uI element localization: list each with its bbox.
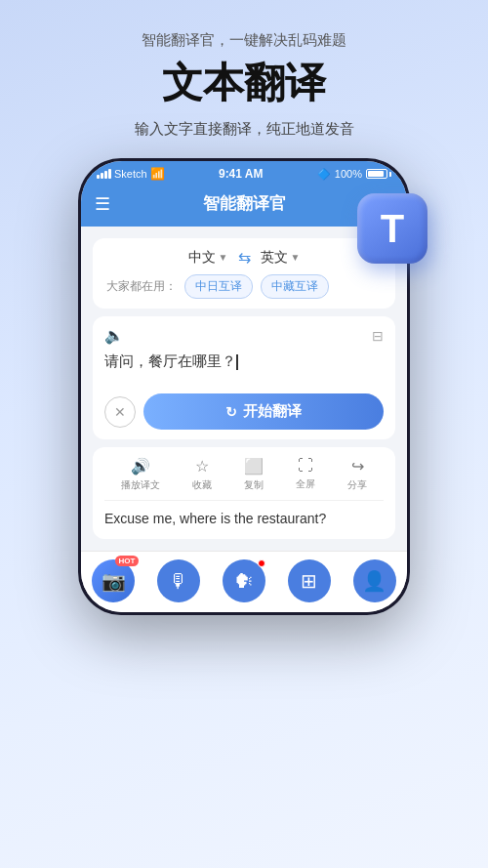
quick-tag-1[interactable]: 中日互译 [184,274,253,299]
swap-language-icon[interactable]: ⇆ [238,248,251,267]
nav-camera[interactable]: 📷 HOT [92,559,135,602]
input-area: 🔈 ⊟ 请问，餐厅在哪里？ ✕ ↻ 开始翻译 [93,316,395,439]
camera-circle: 📷 HOT [92,559,135,602]
copy-label: 复制 [244,478,264,492]
status-bar: Sketch 📶 9:41 AM 🔷 100% [81,161,407,185]
output-copy-icon: ⬜ [244,457,264,475]
output-area: 🔊 播放译文 ☆ 收藏 ⬜ 复制 ⛶ 全屏 [93,447,395,539]
nav-speaker[interactable]: 🗣 [223,559,265,602]
target-lang-label: 英文 [261,249,288,267]
play-icon: 🔊 [131,457,150,475]
popular-label: 大家都在用： [106,278,177,295]
input-text[interactable]: 请问，餐厅在哪里？ [104,352,384,382]
translate-button[interactable]: ↻ 开始翻译 [143,393,384,430]
bg-title: 文本翻译 [20,56,468,110]
status-right: 🔷 100% [317,168,391,181]
bg-subtitle: 智能翻译官，一键解决乱码难题 [20,31,468,50]
hot-badge: HOT [115,556,140,566]
content-area: 中文 ▼ ⇆ 英文 ▼ 大家都在用： 中日互译 中藏互译 [81,227,407,551]
battery-pct: 100% [335,168,362,180]
battery-icon [366,169,391,179]
source-language-btn[interactable]: 中文 ▼ [188,249,228,267]
source-lang-label: 中文 [188,249,216,267]
action-play[interactable]: 🔊 播放译文 [121,457,160,492]
grid-circle: ⊞ [288,559,331,602]
lang-row: 中文 ▼ ⇆ 英文 ▼ [106,248,382,267]
target-language-btn[interactable]: 英文 ▼ [261,249,301,267]
speaker-circle: 🗣 [223,559,265,602]
action-share[interactable]: ↪ 分享 [347,457,367,492]
nav-profile[interactable]: 👤 [353,559,396,602]
bluetooth-icon: 🔷 [317,168,331,181]
profile-icon: 👤 [362,569,386,593]
source-lang-arrow: ▼ [219,252,228,263]
bg-desc: 输入文字直接翻译，纯正地道发音 [20,120,468,139]
mic-circle: 🎙 [157,559,200,602]
language-selector: 中文 ▼ ⇆ 英文 ▼ 大家都在用： 中日互译 中藏互译 [93,238,395,309]
action-favorite[interactable]: ☆ 收藏 [192,457,212,492]
action-fullscreen[interactable]: ⛶ 全屏 [296,457,315,492]
fullscreen-label: 全屏 [296,477,315,491]
carrier-label: Sketch [114,168,147,180]
status-time: 9:41 AM [219,167,264,181]
camera-icon: 📷 [102,569,126,593]
mic-icon: 🎙 [169,570,188,593]
clear-icon: ✕ [114,404,126,420]
nav-grid[interactable]: ⊞ [288,559,331,602]
wifi-icon: 📶 [150,167,165,181]
favorite-icon: ☆ [195,457,209,475]
notification-dot [258,559,265,567]
status-left: Sketch 📶 [97,167,165,181]
bottom-nav: 📷 HOT 🎙 🗣 ⊞ [81,551,407,612]
profile-circle: 👤 [353,559,396,602]
input-content: 请问，餐厅在哪里？ [104,352,236,369]
output-actions: 🔊 播放译文 ☆ 收藏 ⬜ 复制 ⛶ 全屏 [104,457,384,501]
action-copy[interactable]: ⬜ 复制 [244,457,264,492]
share-label: 分享 [347,478,367,492]
app-logo-icon: T [357,193,427,264]
translate-btn-label: 开始翻译 [243,402,302,421]
play-label: 播放译文 [121,478,160,492]
favorite-label: 收藏 [192,478,212,492]
quick-tag-2[interactable]: 中藏互译 [261,274,329,299]
app-title: 智能翻译官 [203,192,286,215]
share-icon: ↪ [351,457,364,475]
nav-mic[interactable]: 🎙 [157,559,200,602]
input-actions: ✕ ↻ 开始翻译 [104,393,384,430]
clear-button[interactable]: ✕ [104,396,136,428]
input-top: 🔈 ⊟ [104,326,384,345]
translate-btn-icon: ↻ [225,404,237,420]
grid-icon: ⊞ [301,569,317,593]
menu-icon[interactable]: ☰ [95,193,110,215]
phone-mockup: T Sketch 📶 9:41 AM 🔷 1 [78,158,410,615]
speaker-icon[interactable]: 🔈 [104,326,124,345]
input-copy-icon[interactable]: ⊟ [372,328,384,344]
target-lang-arrow: ▼ [291,252,301,263]
fullscreen-icon: ⛶ [298,457,313,475]
signal-bars [97,169,111,179]
nav-speaker-icon: 🗣 [234,570,254,593]
quick-tags: 大家都在用： 中日互译 中藏互译 [106,274,382,299]
output-text: Excuse me, where is the restaurant? [104,509,384,529]
